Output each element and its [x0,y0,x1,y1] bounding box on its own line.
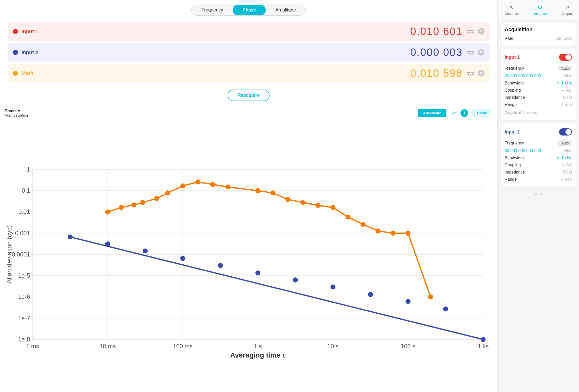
input2-impedance-value: 50 Ω [563,170,572,175]
chart-info-button[interactable]: i [460,109,468,117]
refresh-icon-2: ↻ [556,156,559,160]
svg-point-50 [345,214,351,219]
tab-phase[interactable]: Phase [233,5,266,15]
input1-section-title: Input 1 [505,55,520,60]
svg-point-38 [154,196,159,201]
sidebar-bottom: ⌄⌄ [497,187,579,199]
svg-point-43 [225,185,230,190]
acquisition-title: Acquisition [505,27,572,32]
svg-point-64 [330,285,335,290]
rate-value: 150 Sa/s [556,36,572,41]
reacquire-container: Reacquire [0,85,497,105]
chevron-down-icon[interactable]: ⌄⌄ [533,189,543,196]
svg-point-68 [481,337,486,342]
svg-text:10 ms: 10 ms [99,343,116,350]
input1-toggle[interactable] [559,54,572,61]
input1-section: Input 1 Frequency Auto 30.000 000 000 00… [501,49,576,120]
input1-toggle-knob [565,54,571,60]
input2-bw-value[interactable]: ↻ 1 kHz [556,156,572,160]
allan-deviation-chart: Allan deviation (cyc) [3,119,493,389]
svg-point-52 [376,228,381,234]
input1-dot [13,29,18,34]
svg-point-61 [218,263,223,268]
chart-subtitle: Allan deviation [5,113,414,117]
input2-freq-unit: MHz [563,149,572,153]
input1-freq-badge[interactable]: Auto [558,66,572,71]
svg-point-49 [330,205,335,210]
math-close-button[interactable]: ✕ [478,70,484,77]
sidebar-nav-output[interactable]: ↗ Output [558,3,576,17]
input1-label: Input 1 [21,29,52,34]
svg-point-34 [105,210,110,215]
input1-freq-label: Frequency [505,66,524,71]
svg-text:10 s: 10 s [327,343,339,350]
input2-freq-badge[interactable]: Auto [558,140,572,146]
tab-group: Frequency Phase Amplitude [191,5,306,16]
math-label: Math [21,70,52,76]
svg-point-51 [361,222,366,227]
input1-coupling-value: ∿ AC [561,88,572,93]
input2-header-row: Input 2 [505,127,572,137]
output-icon: ↗ [565,4,569,11]
svg-point-40 [180,183,186,189]
input2-label: Input 2 [21,50,52,55]
chart-svg-area: Allan deviation (cyc) [3,119,493,389]
svg-point-42 [210,182,215,187]
input2-freq-value-row: 30.000 000 000 000 MHz [505,147,572,154]
input2-range-row: Range 4 Vpp [505,176,572,183]
svg-point-44 [255,188,260,193]
ref-button[interactable]: Ref [450,111,456,115]
svg-text:1 s: 1 s [254,343,262,350]
input2-freq-value[interactable]: 30.000 000 000 000 [505,149,541,153]
advanced-icon: ⚙ [538,4,543,11]
copy-to-channels-row: Copy to all channels [505,108,572,117]
input1-freq-unit: MHz [563,74,572,78]
tab-amplitude[interactable]: Amplitude [266,5,306,15]
input1-coupling-row: Coupling ∿ AC [505,87,572,94]
input2-toggle[interactable] [559,128,572,136]
chart-title-group: Phase ▾ Allan deviation [5,108,414,117]
copy-to-channels-button: Copy to all channels [505,109,537,116]
svg-text:0.1: 0.1 [22,187,30,194]
input2-coupling-label: Coupling [505,163,521,167]
svg-point-45 [270,190,275,195]
reacquire-button[interactable]: Reacquire [228,90,269,101]
input2-value: 0.000 003 [52,46,467,58]
sidebar: ∿ Channels ⚙ Advanced ↗ Output Acquisiti… [497,0,579,392]
chart-header: Phase ▾ Allan deviation Autoscale Ref i … [3,107,493,119]
input1-close-button[interactable]: ✕ [478,28,484,35]
tab-frequency[interactable]: Frequency [192,5,233,15]
svg-point-47 [300,200,306,205]
svg-text:100 ms: 100 ms [173,343,193,350]
ac-icon-2: ∿ [561,163,564,167]
input1-range-value: 4 Vpp [561,102,572,107]
sidebar-nav-channels[interactable]: ∿ Channels [501,3,523,17]
sidebar-nav-advanced[interactable]: ⚙ Advanced [529,3,552,17]
svg-point-46 [285,197,291,202]
autoscale-button[interactable]: Autoscale [418,109,446,117]
input1-bw-value[interactable]: ↻ 1 kHz [556,81,572,85]
input1-impedance-row: Impedance 50 Ω [505,94,572,101]
svg-point-53 [390,231,396,236]
input1-bw-label: Bandwidth [505,81,524,85]
input1-unit: cyc [467,29,474,34]
svg-point-55 [428,295,433,300]
input2-close-button[interactable]: ✕ [478,49,484,56]
input2-coupling-value: ∿ AC [561,163,572,167]
svg-text:Averaging time τ: Averaging time τ [230,351,286,359]
chart-title[interactable]: Phase ▾ [5,108,414,113]
input2-freq-label: Frequency [505,141,524,145]
svg-point-57 [68,235,73,240]
svg-point-62 [255,271,260,276]
output-label: Output [562,12,572,16]
math-value: 0.010 598 [52,67,467,79]
input2-bandwidth-row: Bandwidth ↻ 1 kHz [505,154,572,162]
svg-line-56 [70,237,483,339]
input2-toggle-knob [565,129,571,135]
chart-container: Phase ▾ Allan deviation Autoscale Ref i … [0,105,497,392]
input1-freq-value[interactable]: 30.000 000 000 000 [505,74,541,78]
tab-bar: Frequency Phase Amplitude [0,0,497,20]
svg-text:0.01: 0.01 [18,209,30,215]
chart-clear-button[interactable]: Clear [472,109,491,117]
svg-text:1e-8: 1e-8 [18,336,30,343]
